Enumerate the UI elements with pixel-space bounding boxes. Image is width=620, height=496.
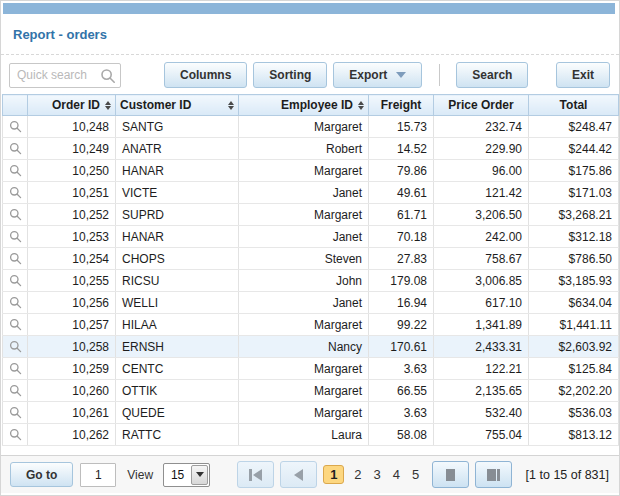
chevron-down-icon: [196, 472, 204, 477]
header-total-label: Total: [560, 98, 588, 112]
window-accent-bar: [3, 3, 615, 14]
first-page-button[interactable]: [237, 461, 274, 488]
header-customer-id[interactable]: Customer ID: [116, 95, 239, 116]
header-customer-id-label: Customer ID: [120, 98, 191, 112]
header-icon-column: [3, 95, 28, 116]
header-price-order: Price Order: [434, 95, 529, 116]
next-page-button[interactable]: [432, 461, 469, 488]
row-magnifier-icon[interactable]: [9, 120, 22, 133]
last-page-icon: [487, 469, 496, 481]
table-row[interactable]: 10,256 WELLI Janet 16.94 617.10 $634.04: [3, 292, 619, 314]
row-magnifier-icon[interactable]: [9, 406, 22, 419]
header-employee-id[interactable]: Employee ID: [239, 95, 369, 116]
table-row[interactable]: 10,254 CHOPS Steven 27.83 758.67 $786.50: [3, 248, 619, 270]
previous-page-icon: [294, 469, 303, 481]
table-row[interactable]: 10,255 RICSU John 179.08 3,006.85 $3,185…: [3, 270, 619, 292]
page-number-input[interactable]: [80, 463, 116, 487]
row-magnifier-icon[interactable]: [9, 164, 22, 177]
table-row[interactable]: 10,252 SUPRD Margaret 61.71 3,206.50 $3,…: [3, 204, 619, 226]
row-magnifier-icon[interactable]: [9, 142, 22, 155]
sorting-button[interactable]: Sorting: [253, 62, 327, 88]
toolbar-divider: [439, 64, 440, 86]
sort-icon: [228, 101, 234, 110]
page-title: Report - orders: [13, 27, 107, 42]
table-row[interactable]: 10,253 HANAR Janet 70.18 242.00 $312.18: [3, 226, 619, 248]
pager-page-2[interactable]: 2: [354, 467, 361, 482]
export-button-label: Export: [349, 68, 387, 82]
table-row[interactable]: 10,258 ERNSH Nancy 170.61 2,433.31 $2,60…: [3, 336, 619, 358]
first-page-icon: [249, 469, 252, 481]
pager-pages: 12345: [323, 465, 425, 484]
row-magnifier-icon[interactable]: [9, 208, 22, 221]
row-magnifier-icon[interactable]: [9, 318, 22, 331]
row-magnifier-icon[interactable]: [9, 384, 22, 397]
goto-page-button[interactable]: Go to: [10, 462, 73, 487]
header-freight-label: Freight: [381, 98, 422, 112]
header-employee-id-label: Employee ID: [281, 98, 353, 112]
pager-controls: 12345: [237, 461, 512, 488]
table-row[interactable]: 10,260 OTTIK Margaret 66.55 2,135.65 $2,…: [3, 380, 619, 402]
table-row[interactable]: 10,251 VICTE Janet 49.61 121.42 $171.03: [3, 182, 619, 204]
table-row[interactable]: 10,261 QUEDE Margaret 3.63 532.40 $536.0…: [3, 402, 619, 424]
table-header-row: Order ID Customer ID Employee ID: [3, 95, 619, 116]
pager-bar: Go to View 15 12345 [1 to 15 of 831]: [1, 455, 619, 493]
table-row[interactable]: 10,262 RATTC Laura 58.08 755.04 $813.12: [3, 424, 619, 446]
table-row[interactable]: 10,259 CENTC Margaret 3.63 122.21 $125.8…: [3, 358, 619, 380]
header-order-id-label: Order ID: [52, 98, 100, 112]
header-order-id[interactable]: Order ID: [28, 95, 116, 116]
table-row[interactable]: 10,250 HANAR Margaret 79.86 96.00 $175.8…: [3, 160, 619, 182]
table-body: 10,248 SANTG Margaret 15.73 232.74 $248.…: [3, 116, 619, 446]
pager-page-4[interactable]: 4: [393, 467, 400, 482]
row-magnifier-icon[interactable]: [9, 230, 22, 243]
row-magnifier-icon[interactable]: [9, 274, 22, 287]
row-magnifier-icon[interactable]: [9, 252, 22, 265]
view-label: View: [127, 468, 153, 482]
row-magnifier-icon[interactable]: [9, 362, 22, 375]
last-page-button[interactable]: [475, 461, 512, 488]
previous-page-button[interactable]: [280, 461, 317, 488]
quick-search: [9, 63, 121, 88]
row-magnifier-icon[interactable]: [9, 186, 22, 199]
page-size-select[interactable]: 15: [163, 463, 210, 487]
header-freight: Freight: [369, 95, 434, 116]
header-total: Total: [529, 95, 619, 116]
pager-page-5[interactable]: 5: [412, 467, 419, 482]
table-row[interactable]: 10,249 ANATR Robert 14.52 229.90 $244.42: [3, 138, 619, 160]
sort-icon: [105, 101, 111, 110]
columns-button[interactable]: Columns: [164, 62, 247, 88]
orders-table: Order ID Customer ID Employee ID: [2, 94, 619, 446]
table-row[interactable]: 10,248 SANTG Margaret 15.73 232.74 $248.…: [3, 116, 619, 138]
chevron-down-icon: [396, 72, 406, 78]
table-row[interactable]: 10,257 HILAA Margaret 99.22 1,341.89 $1,…: [3, 314, 619, 336]
toolbar: Columns Sorting Export Search Exit: [1, 55, 619, 94]
record-range-status: [1 to 15 of 831]: [526, 468, 609, 482]
search-button[interactable]: Search: [456, 62, 528, 88]
row-magnifier-icon[interactable]: [9, 296, 22, 309]
page-size-value: 15: [164, 468, 191, 482]
sort-icon: [358, 101, 364, 110]
pager-page-1[interactable]: 1: [323, 465, 344, 484]
next-page-icon: [446, 469, 455, 481]
report-window: Report - orders Columns Sorting Export S…: [0, 0, 620, 496]
select-dropdown-button[interactable]: [191, 465, 208, 485]
exit-button[interactable]: Exit: [556, 62, 610, 88]
header-price-order-label: Price Order: [448, 98, 513, 112]
row-magnifier-icon[interactable]: [9, 340, 22, 353]
pager-page-3[interactable]: 3: [374, 467, 381, 482]
row-magnifier-icon[interactable]: [9, 428, 22, 441]
export-button[interactable]: Export: [333, 62, 422, 88]
search-icon: [100, 68, 116, 88]
